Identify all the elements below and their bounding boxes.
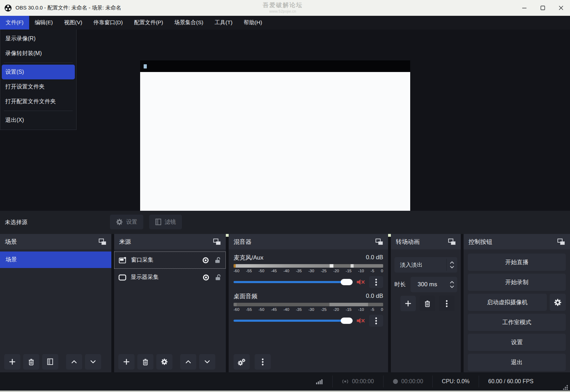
plus-icon bbox=[123, 359, 130, 365]
dock-popup-icon[interactable] bbox=[213, 239, 221, 245]
menu-tools[interactable]: 工具(T) bbox=[209, 16, 238, 30]
meter-scale: -60-55-50 -45-40-35 -30-25-20 -15-10-5 0 bbox=[234, 307, 383, 312]
eye-icon[interactable] bbox=[202, 274, 210, 281]
menu-docks[interactable]: 停靠窗口(D) bbox=[88, 16, 129, 30]
volume-slider-knob[interactable] bbox=[341, 279, 353, 285]
start-streaming-button[interactable]: 开始直播 bbox=[468, 254, 566, 271]
filter-icon bbox=[155, 218, 162, 226]
dock-popup-icon[interactable] bbox=[448, 239, 456, 245]
sources-dock-title: 来源 bbox=[119, 238, 131, 246]
scenes-toolbar bbox=[4, 354, 101, 370]
virtual-camera-settings-button[interactable] bbox=[550, 294, 566, 311]
obs-main-window: OBS 30.0.0 - 配置文件: 未命名 - 场景: 未命名 吾爱破解论坛 … bbox=[0, 0, 570, 392]
file-menu-show-profile-folder[interactable]: 打开配置文件文件夹 bbox=[2, 94, 75, 109]
source-row-monitor-capture[interactable]: 显示器采集 bbox=[114, 269, 226, 286]
volume-meter bbox=[234, 264, 383, 268]
controls-dock: 控制按钮 开始直播 开始录制 启动虚拟摄像机 工作室模式 设置 退出 bbox=[464, 234, 570, 372]
remove-scene-button[interactable] bbox=[23, 354, 39, 370]
volume-slider[interactable] bbox=[234, 320, 353, 322]
channel-options-button[interactable] bbox=[369, 276, 383, 288]
kebab-menu-icon bbox=[262, 358, 264, 366]
file-menu-exit[interactable]: 退出(X) bbox=[2, 113, 75, 128]
add-source-button[interactable] bbox=[118, 354, 135, 370]
dock-popup-icon[interactable] bbox=[99, 239, 106, 245]
menu-scene-collection[interactable]: 场景集合(S) bbox=[169, 16, 209, 30]
kebab-menu-icon bbox=[375, 279, 377, 286]
channel-level-db: 0.0 dB bbox=[366, 254, 383, 261]
source-selection-bar: 未选择源 设置 滤镜 bbox=[0, 211, 570, 234]
close-button[interactable] bbox=[552, 0, 570, 16]
move-source-up-button[interactable] bbox=[180, 354, 196, 370]
source-properties-toolbar-button[interactable] bbox=[156, 354, 172, 370]
preview-stage: 搜索 bbox=[0, 30, 570, 211]
file-menu-show-recordings[interactable]: 显示录像(R) bbox=[2, 31, 75, 46]
settings-button[interactable]: 设置 bbox=[468, 334, 566, 351]
source-filters-button[interactable]: 滤镜 bbox=[149, 215, 182, 229]
double-gear-icon bbox=[237, 358, 246, 366]
transition-select[interactable]: 淡入淡出 bbox=[394, 257, 457, 273]
lock-open-icon[interactable] bbox=[214, 256, 221, 264]
controls-dock-header: 控制按钮 bbox=[464, 234, 570, 249]
exit-button[interactable]: 退出 bbox=[468, 354, 566, 371]
chevron-down-icon[interactable] bbox=[450, 285, 454, 288]
title-bar: OBS 30.0.0 - 配置文件: 未命名 - 场景: 未命名 bbox=[0, 0, 570, 16]
dock-popup-icon[interactable] bbox=[375, 239, 383, 245]
controls-dock-title: 控制按钮 bbox=[469, 238, 492, 246]
captured-window-icon bbox=[144, 64, 147, 68]
dock-popup-icon[interactable] bbox=[557, 239, 565, 245]
menu-help[interactable]: 帮助(H) bbox=[238, 16, 268, 30]
record-timer: 00:00:00 bbox=[383, 375, 432, 387]
remove-source-button[interactable] bbox=[137, 354, 153, 370]
channel-options-button[interactable] bbox=[369, 315, 383, 327]
scene-list-item[interactable]: 场景 bbox=[0, 251, 111, 268]
mute-button[interactable] bbox=[356, 318, 365, 324]
duration-spinbox[interactable]: 300 ms bbox=[411, 277, 457, 292]
file-menu-settings[interactable]: 设置(S) bbox=[2, 65, 75, 79]
move-scene-up-button[interactable] bbox=[66, 354, 82, 370]
audio-mixer-dock: 混音器 麦克风/Aux 0.0 dB -60-55-50 -45-40-35 -… bbox=[229, 234, 388, 372]
start-virtual-camera-button[interactable]: 启动虚拟摄像机 bbox=[468, 294, 547, 311]
preview-canvas[interactable]: 搜索 bbox=[140, 60, 410, 237]
start-recording-button[interactable]: 开始录制 bbox=[468, 274, 566, 291]
source-row-window-capture[interactable]: 窗口采集 bbox=[114, 251, 226, 269]
mixer-options-button[interactable] bbox=[255, 354, 271, 370]
add-scene-button[interactable] bbox=[4, 354, 20, 370]
resize-grip[interactable] bbox=[563, 385, 568, 390]
scene-filters-button[interactable] bbox=[42, 354, 58, 370]
advanced-audio-properties-button[interactable] bbox=[234, 354, 250, 370]
move-scene-down-button[interactable] bbox=[85, 354, 101, 370]
fps-indicator: 60.00 / 60.00 FPS bbox=[479, 375, 543, 387]
volume-slider[interactable] bbox=[234, 281, 353, 283]
kebab-menu-icon bbox=[446, 300, 448, 307]
cpu-usage: CPU: 0.0% bbox=[432, 375, 479, 387]
add-transition-button[interactable] bbox=[400, 296, 416, 311]
studio-mode-button[interactable]: 工作室模式 bbox=[468, 314, 566, 331]
scenes-dock-title: 场景 bbox=[5, 238, 17, 246]
chevron-down-icon[interactable] bbox=[450, 266, 454, 269]
minimize-button[interactable] bbox=[515, 0, 533, 16]
mute-button[interactable] bbox=[356, 279, 365, 285]
menu-edit[interactable]: 编辑(E) bbox=[29, 16, 59, 30]
volume-slider-knob[interactable] bbox=[341, 318, 353, 324]
status-bar: 00:00:00 00:00:00 CPU: 0.0% 60.00 / 60.0… bbox=[0, 372, 570, 391]
gear-icon bbox=[161, 358, 168, 365]
menu-view[interactable]: 视图(V) bbox=[58, 16, 88, 30]
transition-options-button[interactable] bbox=[439, 296, 454, 311]
remove-transition-button[interactable] bbox=[420, 296, 435, 311]
menu-profile[interactable]: 配置文件(P) bbox=[129, 16, 169, 30]
monitor-capture-icon bbox=[118, 274, 126, 281]
menu-file[interactable]: 文件(F) bbox=[0, 16, 29, 30]
file-dropdown-menu: 显示录像(R) 录像转封装(M) 设置(S) 打开设置文件夹 打开配置文件文件夹… bbox=[0, 30, 77, 130]
mixer-toolbar bbox=[234, 354, 271, 370]
eye-icon[interactable] bbox=[201, 257, 210, 264]
lock-open-icon[interactable] bbox=[215, 274, 222, 281]
source-properties-button[interactable]: 设置 bbox=[110, 215, 143, 229]
chevron-up-icon[interactable] bbox=[450, 281, 454, 284]
speaker-muted-icon bbox=[356, 279, 365, 285]
file-menu-show-settings-folder[interactable]: 打开设置文件夹 bbox=[2, 79, 75, 94]
move-source-down-button[interactable] bbox=[199, 354, 215, 370]
maximize-button[interactable] bbox=[533, 0, 552, 16]
sources-toolbar bbox=[118, 354, 215, 370]
file-menu-remux-recordings[interactable]: 录像转封装(M) bbox=[2, 46, 75, 61]
chevron-up-icon[interactable] bbox=[450, 261, 454, 264]
